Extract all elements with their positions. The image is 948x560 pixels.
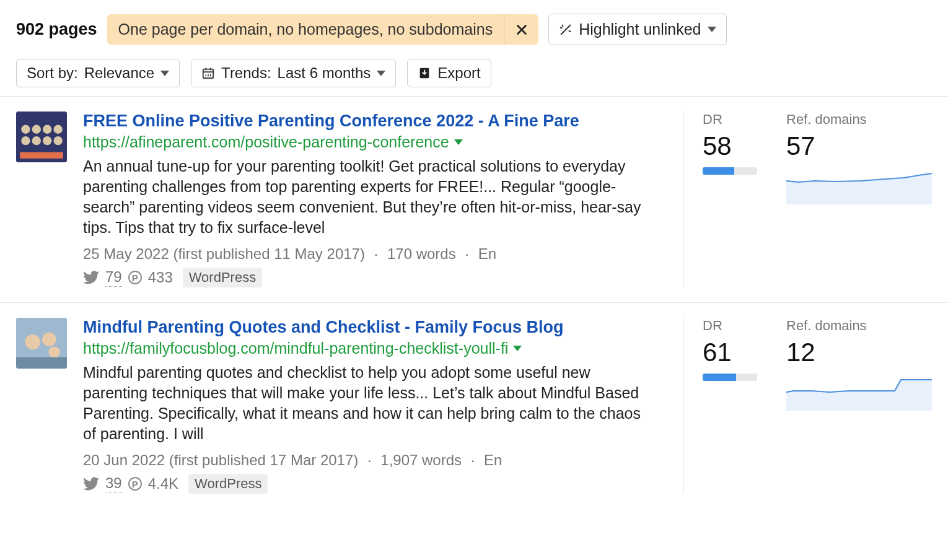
dr-label: DR (703, 112, 761, 128)
result-lang: En (484, 452, 502, 468)
twitter-icon (83, 477, 99, 491)
svg-point-15 (43, 136, 51, 145)
url-dropdown-caret[interactable] (454, 139, 463, 145)
caret-down-icon (160, 71, 169, 76)
svg-point-12 (53, 125, 62, 134)
trends-dropdown[interactable]: Trends: Last 6 months (191, 59, 396, 87)
result-meta: 25 May 2022 (first published 11 May 2017… (83, 245, 643, 263)
caret-down-icon (708, 27, 716, 32)
dr-bar-fill (703, 374, 736, 381)
close-icon (515, 23, 529, 37)
results-list: FREE Online Positive Parenting Conferenc… (0, 97, 948, 509)
magic-wand-icon (559, 23, 573, 37)
result-social: 39 P 4.4K WordPress (83, 474, 643, 494)
result-date: 20 Jun 2022 (first published 17 Mar 2017… (83, 452, 358, 468)
download-icon (418, 66, 431, 80)
svg-point-16 (53, 136, 62, 145)
result-date: 25 May 2022 (first published 11 May 2017… (83, 245, 365, 262)
dr-metric: DR 61 (703, 318, 761, 494)
export-button[interactable]: Export (407, 59, 491, 87)
result-words: 170 words (387, 245, 456, 262)
dr-bar (703, 374, 757, 381)
ref-domains-sparkline (786, 167, 932, 204)
ref-domains-value: 57 (786, 131, 932, 161)
result-row: Mindful Parenting Quotes and Checklist -… (0, 303, 948, 509)
dr-bar (703, 167, 757, 175)
highlight-unlinked-dropdown[interactable]: Highlight unlinked (548, 14, 726, 45)
result-title[interactable]: FREE Online Positive Parenting Conferenc… (83, 112, 643, 131)
ref-domains-metric: Ref. domains 57 (786, 112, 932, 287)
svg-point-10 (32, 125, 41, 134)
svg-rect-0 (203, 69, 214, 79)
ref-domains-label: Ref. domains (786, 112, 932, 128)
result-lang: En (478, 245, 496, 262)
result-url[interactable]: https://afineparent.com/positive-parenti… (83, 133, 449, 151)
svg-point-9 (21, 125, 30, 134)
svg-point-14 (32, 136, 41, 145)
ref-domains-value: 12 (786, 338, 932, 367)
svg-point-13 (21, 136, 30, 145)
dr-metric: DR 58 (703, 112, 761, 287)
url-dropdown-caret[interactable] (513, 346, 522, 351)
ref-domains-label: Ref. domains (786, 318, 932, 334)
result-url[interactable]: https://familyfocusblog.com/mindful-pare… (83, 339, 508, 357)
highlight-unlinked-label: Highlight unlinked (579, 20, 701, 38)
result-row: FREE Online Positive Parenting Conferenc… (0, 97, 948, 303)
trends-prefix: Trends: (221, 64, 271, 82)
result-description: An annual tune-up for your parenting too… (83, 156, 643, 238)
cms-tag: WordPress (183, 268, 262, 287)
ref-domains-sparkline (786, 374, 932, 411)
result-social: 79 P 433 WordPress (83, 268, 643, 287)
dr-bar-fill (703, 167, 734, 175)
result-metrics: DR 61 Ref. domains 12 (683, 318, 932, 494)
svg-point-21 (48, 346, 59, 357)
svg-rect-22 (16, 357, 67, 369)
pinterest-count: 433 (148, 269, 173, 286)
twitter-count[interactable]: 39 (105, 475, 122, 493)
cms-tag: WordPress (188, 474, 268, 494)
svg-point-19 (25, 335, 40, 350)
filter-chip-label: One page per domain, no homepages, no su… (107, 14, 504, 45)
ref-domains-metric: Ref. domains 12 (786, 318, 932, 494)
dr-value: 58 (703, 131, 761, 161)
twitter-icon (83, 271, 99, 284)
pinterest-count: 4.4K (148, 475, 178, 492)
caret-down-icon (377, 71, 385, 76)
dr-value: 61 (703, 338, 761, 367)
svg-point-11 (43, 125, 51, 134)
calendar-icon (201, 66, 215, 80)
result-description: Mindful parenting quotes and checklist t… (83, 362, 643, 444)
result-thumbnail[interactable] (16, 318, 67, 369)
sort-value: Relevance (84, 64, 154, 82)
pinterest-icon: P (128, 477, 142, 491)
svg-rect-17 (20, 152, 63, 159)
export-label: Export (437, 64, 480, 82)
twitter-count[interactable]: 79 (105, 268, 122, 287)
result-words: 1,907 words (380, 452, 462, 468)
pinterest-icon: P (128, 271, 142, 284)
sort-dropdown[interactable]: Sort by: Relevance (16, 59, 180, 87)
page-count: 902 pages (16, 20, 97, 39)
dr-label: DR (703, 318, 761, 334)
svg-point-20 (42, 333, 56, 347)
filter-chip[interactable]: One page per domain, no homepages, no su… (107, 14, 539, 45)
result-title[interactable]: Mindful Parenting Quotes and Checklist -… (83, 318, 643, 337)
result-thumbnail[interactable] (16, 112, 67, 162)
sort-prefix: Sort by: (27, 64, 78, 82)
trends-value: Last 6 months (278, 64, 371, 82)
result-meta: 20 Jun 2022 (first published 17 Mar 2017… (83, 452, 643, 469)
filter-chip-remove[interactable] (504, 14, 538, 45)
result-metrics: DR 58 Ref. domains 57 (683, 112, 932, 287)
toolbar: 902 pages One page per domain, no homepa… (0, 0, 948, 96)
